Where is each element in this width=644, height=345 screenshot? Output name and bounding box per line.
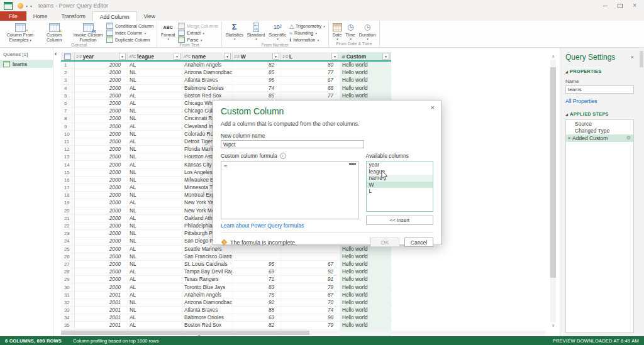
table-cell[interactable]: 2001 bbox=[75, 292, 128, 298]
table-cell[interactable]: 85 bbox=[233, 69, 281, 76]
table-cell[interactable]: Boston Red Sox bbox=[182, 322, 233, 329]
table-cell[interactable]: 2000 bbox=[75, 107, 128, 114]
table-cell[interactable]: 2001 bbox=[75, 299, 128, 306]
index-column-button[interactable]: Index Column▾ bbox=[106, 30, 153, 36]
table-cell[interactable]: 85 bbox=[233, 92, 281, 99]
table-cell[interactable]: 2000 bbox=[75, 161, 128, 168]
applied-step-added-custom[interactable]: Added Custom bbox=[566, 134, 633, 142]
table-cell[interactable]: AL bbox=[128, 62, 182, 68]
column-type-icon[interactable]: 1²3 bbox=[76, 55, 82, 58]
table-horizontal-scrollbar[interactable] bbox=[61, 331, 545, 335]
table-cell[interactable]: AL bbox=[128, 138, 182, 145]
table-cell[interactable]: NL bbox=[128, 307, 182, 314]
table-cell[interactable]: NL bbox=[128, 230, 182, 237]
conditional-column-button[interactable]: Conditional Column bbox=[106, 23, 153, 29]
table-cell[interactable]: AL bbox=[128, 246, 182, 253]
table-cell[interactable]: Arizona Diamondbacks bbox=[182, 69, 233, 76]
filter-icon[interactable] bbox=[174, 53, 180, 60]
table-cell[interactable]: 91 bbox=[281, 276, 340, 283]
quick-access-dropdown-icon[interactable] bbox=[26, 4, 28, 8]
column-header-custom[interactable]: ▦Custom bbox=[340, 52, 391, 60]
table-cell[interactable]: 83 bbox=[233, 283, 281, 290]
column-type-icon[interactable]: AᴮC bbox=[129, 55, 136, 58]
table-cell[interactable]: NL bbox=[128, 107, 182, 114]
all-properties-link[interactable]: All Properties bbox=[565, 98, 634, 104]
column-type-icon[interactable]: ▦ bbox=[341, 54, 345, 58]
table-cell[interactable]: 2000 bbox=[75, 100, 128, 107]
table-cell[interactable]: 79 bbox=[281, 322, 340, 329]
time-button[interactable]: ◷Time▾ bbox=[344, 21, 357, 41]
table-cell[interactable]: 63 bbox=[233, 314, 281, 321]
table-cell[interactable] bbox=[233, 253, 281, 260]
table-cell[interactable]: NL bbox=[128, 299, 182, 306]
column-header-l[interactable]: 1²3L bbox=[281, 52, 340, 60]
table-cell[interactable]: 2000 bbox=[75, 253, 128, 260]
table-cell[interactable]: 77 bbox=[281, 92, 340, 99]
table-cell[interactable]: 67 bbox=[281, 261, 340, 268]
table-cell[interactable]: Boston Red Sox bbox=[182, 92, 233, 99]
step-settings-gear-icon[interactable] bbox=[626, 135, 631, 141]
query-item-teams[interactable]: teams bbox=[0, 60, 53, 68]
parse-button[interactable]: Parse▾ bbox=[178, 37, 218, 43]
table-cell[interactable]: NL bbox=[128, 207, 182, 214]
table-cell[interactable]: 2000 bbox=[75, 246, 128, 253]
table-cell[interactable]: Hello world bbox=[340, 307, 391, 314]
available-column-name[interactable]: name bbox=[367, 175, 433, 182]
filter-icon[interactable] bbox=[119, 53, 126, 60]
table-cell[interactable]: AL bbox=[128, 161, 182, 168]
duplicate-column-button[interactable]: Duplicate Column bbox=[106, 37, 153, 43]
standard-button[interactable]: +−÷×Standard▾ bbox=[245, 21, 267, 41]
table-cell[interactable]: Hello world bbox=[340, 261, 391, 268]
table-cell[interactable]: 71 bbox=[233, 276, 281, 283]
table-cell[interactable]: NL bbox=[128, 261, 182, 268]
cancel-button[interactable]: Cancel bbox=[404, 238, 433, 247]
column-header-w[interactable]: 1²3W bbox=[233, 52, 281, 60]
scientific-button[interactable]: 10²Scientific▾ bbox=[267, 21, 288, 41]
table-cell[interactable]: 2000 bbox=[75, 238, 128, 244]
table-cell[interactable]: AL bbox=[128, 314, 182, 321]
trigonometry-button[interactable]: △Trigonometry▾ bbox=[289, 23, 325, 29]
close-window-button[interactable] bbox=[633, 3, 636, 9]
table-cell[interactable]: NL bbox=[128, 177, 182, 183]
table-cell[interactable]: 2000 bbox=[75, 153, 128, 160]
table-cell[interactable]: 98 bbox=[281, 314, 340, 321]
table-cell[interactable]: 2000 bbox=[75, 169, 128, 176]
table-cell[interactable]: 2000 bbox=[75, 199, 128, 206]
table-cell[interactable]: Baltimore Orioles bbox=[182, 85, 233, 92]
query-name-input[interactable] bbox=[565, 85, 634, 94]
table-cell[interactable]: 2000 bbox=[75, 177, 128, 183]
table-cell[interactable]: AL bbox=[128, 92, 182, 99]
table-cell[interactable]: 2000 bbox=[75, 77, 128, 84]
available-column-league[interactable]: league bbox=[367, 168, 433, 175]
table-cell[interactable]: Hello world bbox=[340, 62, 391, 68]
table-cell[interactable]: Hello world bbox=[340, 322, 391, 329]
table-cell[interactable]: Arizona Diamondbacks bbox=[182, 299, 233, 306]
applied-step-changed-type[interactable]: Changed Type bbox=[566, 128, 633, 135]
table-cell[interactable]: 2001 bbox=[75, 322, 128, 329]
table-cell[interactable]: AL bbox=[128, 268, 182, 275]
table-cell[interactable]: 69 bbox=[233, 268, 281, 275]
table-cell[interactable]: Hello world bbox=[340, 299, 391, 306]
table-cell[interactable]: Hello world bbox=[340, 268, 391, 275]
table-cell[interactable]: 2000 bbox=[75, 131, 128, 138]
new-column-name-input[interactable] bbox=[221, 140, 364, 148]
table-cell[interactable]: 88 bbox=[281, 85, 340, 92]
table-cell[interactable]: 2000 bbox=[75, 138, 128, 145]
table-cell[interactable]: 2000 bbox=[75, 146, 128, 153]
table-cell[interactable]: 82 bbox=[233, 62, 281, 68]
table-cell[interactable]: Anaheim Angels bbox=[182, 292, 233, 298]
table-cell[interactable]: Atlanta Braves bbox=[182, 307, 233, 314]
information-button[interactable]: ℹInformation▾ bbox=[289, 37, 325, 43]
format-button[interactable]: ABCFormat▾ bbox=[159, 21, 177, 41]
delete-step-icon[interactable] bbox=[568, 136, 570, 140]
close-dialog-icon[interactable] bbox=[431, 104, 435, 111]
status-profiling-info[interactable]: Column profiling based on top 1000 rows bbox=[73, 338, 158, 344]
table-cell[interactable]: 87 bbox=[281, 292, 340, 298]
table-cell[interactable]: Texas Rangers bbox=[182, 276, 233, 283]
table-cell[interactable]: AL bbox=[128, 292, 182, 298]
table-cell[interactable]: 2000 bbox=[75, 184, 128, 191]
table-cell[interactable]: Hello world bbox=[340, 77, 391, 84]
table-cell[interactable]: NL bbox=[128, 238, 182, 244]
filter-icon[interactable] bbox=[331, 53, 338, 60]
available-column-w[interactable]: W bbox=[367, 182, 433, 189]
